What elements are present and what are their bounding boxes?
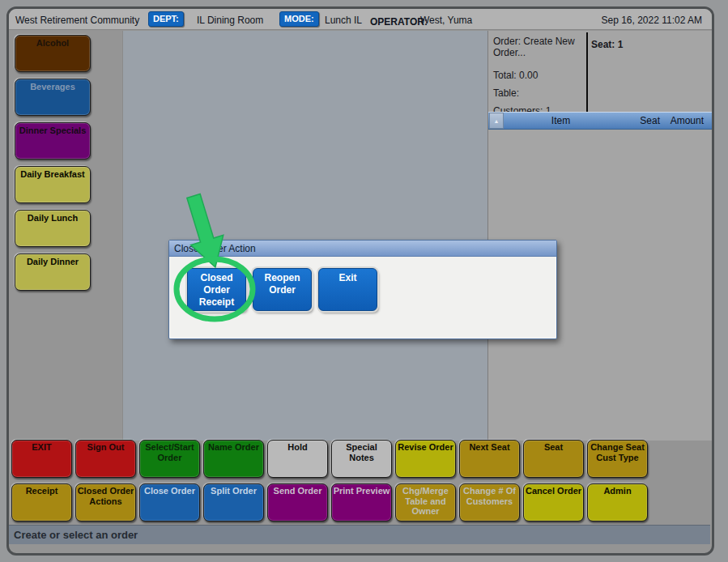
action-button-label: Receipt bbox=[26, 486, 58, 496]
dialog-action-button[interactable]: Closed Order Receipt bbox=[187, 268, 246, 311]
action-button[interactable]: Print Preview bbox=[331, 483, 392, 522]
action-button[interactable]: EXIT bbox=[11, 440, 72, 478]
category-button[interactable]: Dinner Specials bbox=[15, 122, 91, 160]
action-button[interactable]: Close Order bbox=[139, 483, 200, 522]
sort-indicator-icon[interactable]: ▲ bbox=[489, 113, 504, 129]
category-button[interactable]: Daily Breakfast bbox=[15, 166, 91, 203]
action-button-label: Print Preview bbox=[334, 486, 390, 496]
category-button-label: Daily Lunch bbox=[28, 213, 78, 224]
action-button-label: Revise Order bbox=[398, 442, 453, 453]
action-row-1: EXIT Sign Out Select/Start Order Name Or… bbox=[11, 440, 648, 478]
column-header-item: Item bbox=[504, 115, 618, 126]
order-summary-panel: Order: Create New Order... Seat: 1 Total… bbox=[487, 31, 712, 441]
operator-label: OPERATOR: bbox=[370, 16, 428, 28]
action-button[interactable]: Split Order bbox=[203, 483, 264, 522]
action-button[interactable]: Hold bbox=[267, 440, 328, 478]
action-button-label: Change # Of Customers bbox=[461, 486, 518, 506]
action-button[interactable]: Chg/Merge Table and Owner bbox=[395, 483, 456, 522]
action-button-label: Special Notes bbox=[333, 442, 390, 462]
action-button[interactable]: Receipt bbox=[11, 483, 72, 522]
category-sidebar: Alcohol Beverages Dinner Specials Daily … bbox=[9, 31, 122, 441]
status-message: Create or select an order bbox=[14, 529, 138, 541]
dialog-title-bar[interactable]: Close Order Action bbox=[169, 241, 556, 257]
column-header-seat: Seat bbox=[618, 115, 660, 126]
mode-value: Lunch IL bbox=[325, 15, 362, 26]
column-header-amount: Amount bbox=[660, 115, 712, 126]
dialog-action-button[interactable]: Reopen Order bbox=[253, 268, 312, 311]
datetime: Sep 16, 2022 11:02 AM bbox=[601, 15, 702, 26]
dialog-action-button-label: Exit bbox=[338, 272, 356, 284]
action-button-label: Send Order bbox=[274, 486, 322, 496]
action-button[interactable]: Admin bbox=[587, 483, 648, 522]
action-row-2: Receipt Closed Order Actions Close Order… bbox=[11, 483, 648, 522]
category-button-label: Beverages bbox=[30, 82, 75, 92]
action-button[interactable]: Special Notes bbox=[331, 440, 392, 478]
action-button[interactable]: Send Order bbox=[267, 483, 328, 522]
order-label: Order: Create New Order... bbox=[493, 36, 582, 58]
dept-value: IL Dining Room bbox=[197, 15, 263, 26]
seat-label: Seat: 1 bbox=[591, 39, 623, 50]
action-button-label: Sign Out bbox=[87, 442, 125, 453]
dialog-title: Close Order Action bbox=[174, 243, 256, 254]
dialog-action-button[interactable]: Exit bbox=[318, 268, 377, 311]
dialog-button-group: Closed Order Receipt Reopen Order Exit bbox=[187, 268, 377, 311]
status-bar: Create or select an order bbox=[9, 525, 710, 544]
action-button[interactable]: Change # Of Customers bbox=[459, 483, 520, 522]
action-button-label: Name Order bbox=[208, 442, 259, 453]
category-button[interactable]: Beverages bbox=[15, 79, 91, 116]
category-button-label: Daily Dinner bbox=[27, 257, 79, 267]
operator-value: West, Yuma bbox=[420, 15, 472, 26]
action-button-label: Chg/Merge Table and Owner bbox=[397, 486, 454, 517]
mode-badge: MODE: bbox=[279, 11, 319, 27]
screen: { "topbar": { "title": "West Retirement … bbox=[0, 0, 728, 562]
total-label: Total: 0.00 bbox=[493, 70, 538, 81]
category-button-label: Daily Breakfast bbox=[20, 169, 85, 180]
action-button[interactable]: Sign Out bbox=[75, 440, 136, 478]
action-button-label: Cancel Order bbox=[526, 486, 581, 496]
close-order-action-dialog: Close Order Action Closed Order Receipt … bbox=[168, 240, 557, 339]
action-button-label: EXIT bbox=[32, 442, 51, 453]
dialog-action-button-label: Reopen Order bbox=[253, 272, 311, 296]
action-button-label: Admin bbox=[603, 486, 631, 496]
action-button-label: Next Seat bbox=[469, 442, 509, 453]
action-button[interactable]: Cancel Order bbox=[523, 483, 584, 522]
category-button[interactable]: Daily Dinner bbox=[15, 253, 91, 291]
dialog-action-button-label: Closed Order Receipt bbox=[188, 272, 245, 309]
top-bar: West Retirement Community DEPT: IL Dinin… bbox=[9, 9, 712, 30]
order-entry-canvas bbox=[122, 31, 487, 441]
action-button-label: Closed Order Actions bbox=[77, 486, 134, 506]
action-button-label: Seat bbox=[544, 442, 563, 453]
pos-window: West Retirement Community DEPT: IL Dinin… bbox=[6, 6, 714, 556]
items-grid-header: ▲ Item Seat Amount bbox=[488, 112, 712, 130]
action-button[interactable]: Next Seat bbox=[459, 440, 520, 478]
action-button[interactable]: Change Seat Cust Type bbox=[587, 440, 648, 478]
table-label: Table: bbox=[493, 87, 519, 99]
action-button[interactable]: Seat bbox=[523, 440, 584, 478]
action-button-label: Close Order bbox=[144, 486, 195, 496]
action-button-label: Select/Start Order bbox=[141, 442, 198, 462]
site-title: West Retirement Community bbox=[15, 15, 139, 26]
panel-divider bbox=[586, 32, 588, 113]
action-button[interactable]: Name Order bbox=[203, 440, 264, 478]
action-button[interactable]: Revise Order bbox=[395, 440, 456, 478]
action-button-label: Split Order bbox=[211, 486, 257, 496]
action-button[interactable]: Closed Order Actions bbox=[75, 483, 136, 522]
dept-badge: DEPT: bbox=[148, 11, 184, 27]
category-button[interactable]: Alcohol bbox=[15, 35, 91, 72]
action-button[interactable]: Select/Start Order bbox=[139, 440, 200, 478]
category-button-label: Dinner Specials bbox=[19, 126, 87, 136]
action-button-label: Change Seat Cust Type bbox=[589, 442, 646, 462]
category-button-label: Alcohol bbox=[36, 38, 69, 49]
action-button-label: Hold bbox=[287, 442, 307, 453]
category-button[interactable]: Daily Lunch bbox=[15, 210, 91, 247]
